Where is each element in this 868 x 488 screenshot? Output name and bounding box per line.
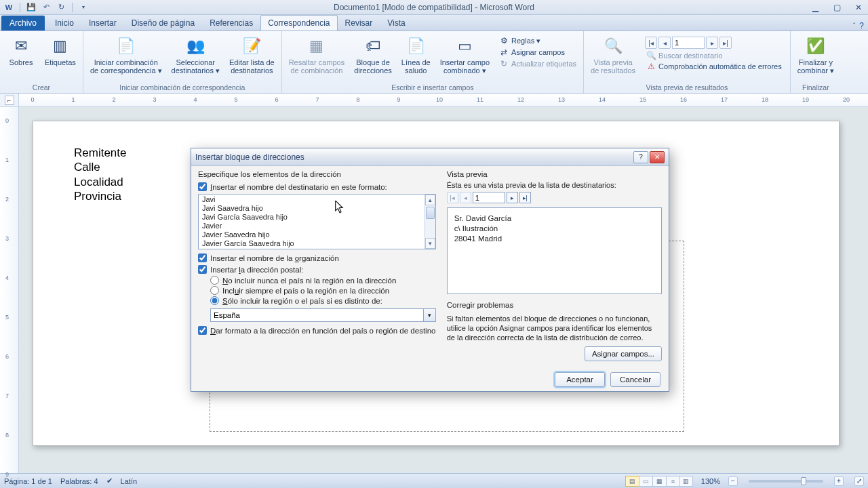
help-icon[interactable]: ? xyxy=(859,21,864,30)
dialog-close-button[interactable]: ✕ xyxy=(650,151,665,163)
web-layout-view-button[interactable]: ▦ xyxy=(652,476,666,487)
list-item[interactable]: Javi Saavedra hijo xyxy=(199,204,435,213)
zoom-thumb[interactable] xyxy=(801,477,806,485)
list-item[interactable]: Javi xyxy=(199,195,435,204)
insert-name-checkbox-row[interactable]: IInsertar el nombre del destinatario en … xyxy=(198,182,436,191)
zoom-fit-button[interactable]: ⤢ xyxy=(854,476,864,486)
dialog-title-bar[interactable]: Insertar bloque de direcciones ? ✕ xyxy=(191,148,669,166)
radio-always-row[interactable]: Incluir siempre el país o la región en l… xyxy=(210,286,436,295)
tab-inicio[interactable]: Inicio xyxy=(47,15,81,30)
radio-always[interactable] xyxy=(210,286,219,295)
draft-view-button[interactable]: ▥ xyxy=(679,476,693,487)
tab-diseno[interactable]: Diseño de página xyxy=(124,15,202,30)
redo-icon[interactable]: ↻ xyxy=(55,1,67,14)
linea-saludo-button[interactable]: 📄 Línea de saludo xyxy=(397,33,435,77)
insert-address-block-dialog: Insertar bloque de direcciones ? ✕ Espec… xyxy=(191,148,669,392)
nav-next-button[interactable]: ▸ xyxy=(706,37,718,49)
vertical-ruler[interactable]: 0123456789 xyxy=(0,107,19,473)
list-item[interactable]: Javier García Saavedra hijo xyxy=(199,239,435,248)
asignar-campos-button[interactable]: ⇄Asignar campos xyxy=(496,47,579,58)
nav-first-button[interactable]: |◂ xyxy=(645,37,657,49)
file-tab[interactable]: Archivo xyxy=(1,16,45,30)
list-item[interactable]: Javier Saavedra hijo xyxy=(199,230,435,239)
maximize-button[interactable]: ▢ xyxy=(830,3,844,12)
zoom-slider[interactable] xyxy=(749,480,823,483)
radio-diff[interactable] xyxy=(210,296,219,305)
radio-never-row[interactable]: No incluir nunca el país ni la región en… xyxy=(210,276,436,285)
preview-prev-button[interactable]: ◂ xyxy=(460,192,471,203)
bloque-direcciones-button[interactable]: 🏷 Bloque de direcciones xyxy=(350,33,396,77)
tab-correspondencia[interactable]: Correspondencia xyxy=(260,15,337,30)
undo-icon[interactable]: ↶ xyxy=(40,1,52,14)
listbox-scrollbar[interactable]: ▲ ▼ xyxy=(425,195,435,249)
zoom-level[interactable]: 130% xyxy=(701,477,720,485)
status-language[interactable]: Latín xyxy=(121,477,137,485)
reglas-button[interactable]: ⚙Reglas ▾ xyxy=(496,35,579,46)
radio-never[interactable] xyxy=(210,276,219,285)
country-combo[interactable]: ▼ xyxy=(210,308,436,322)
etiquetas-button[interactable]: ▥ Etiquetas xyxy=(41,33,80,69)
sobres-button[interactable]: ✉ Sobres xyxy=(3,33,39,69)
nav-record-input[interactable] xyxy=(672,37,705,49)
finalizar-combinar-button[interactable]: ✅ Finalizar y combinar ▾ xyxy=(793,33,838,77)
combo-dropdown-button[interactable]: ▼ xyxy=(424,308,436,322)
asignar-campos-button[interactable]: Asignar campos... xyxy=(585,346,662,361)
radio-diff-row[interactable]: Sólo incluir la región o el país si es d… xyxy=(210,296,436,305)
vista-previa-button[interactable]: 🔍 Vista previa de resultados xyxy=(587,33,639,77)
iniciar-combinacion-button[interactable]: 📄 Iniciar combinación de correspondencia… xyxy=(86,33,166,77)
nav-prev-button[interactable]: ◂ xyxy=(658,37,671,49)
minimize-button[interactable]: ▁ xyxy=(808,3,822,12)
buscar-destinatario-button[interactable]: 🔍Buscar destinatario xyxy=(644,50,785,61)
outline-view-button[interactable]: ≡ xyxy=(666,476,679,487)
preview-nav: |◂ ◂ ▸ ▸| xyxy=(447,192,662,203)
format-by-country-checkbox[interactable] xyxy=(198,326,207,335)
editar-lista-button[interactable]: 📝 Editar lista de destinatarios xyxy=(225,33,279,77)
problems-heading: Corregir problemas xyxy=(447,301,662,309)
close-window-button[interactable]: ✕ xyxy=(852,3,865,12)
actualizar-etiquetas-button[interactable]: ↻Actualizar etiquetas xyxy=(496,58,579,69)
preview-record-input[interactable] xyxy=(473,192,505,203)
minimize-ribbon-icon[interactable]: ˆ xyxy=(853,22,855,30)
format-by-country-checkbox-row[interactable]: Dar formato a la dirección en función de… xyxy=(198,326,436,335)
name-format-listbox[interactable]: Javi Javi Saavedra hijo Javi García Saav… xyxy=(198,194,436,249)
full-screen-view-button[interactable]: ▭ xyxy=(639,476,652,487)
scroll-down-button[interactable]: ▼ xyxy=(425,238,435,249)
tab-referencias[interactable]: Referencias xyxy=(202,15,260,30)
scroll-thumb[interactable] xyxy=(426,207,435,219)
insert-postal-label: Insertar la dirección postal: xyxy=(210,266,303,274)
scroll-up-button[interactable]: ▲ xyxy=(425,195,435,205)
dialog-help-button[interactable]: ? xyxy=(633,151,648,163)
finish-icon: ✅ xyxy=(805,35,827,57)
status-proofing-icon[interactable]: ✔ xyxy=(106,476,113,485)
save-icon[interactable]: 💾 xyxy=(25,1,37,14)
tab-selector-button[interactable]: ⌐ xyxy=(5,96,14,105)
zoom-in-button[interactable]: + xyxy=(834,476,844,486)
list-item[interactable]: Javi García Saavedra hijo xyxy=(199,213,435,222)
insert-postal-checkbox-row[interactable]: Insertar la dirección postal: Insertar l… xyxy=(198,265,436,274)
list-item[interactable]: Javier xyxy=(199,222,435,230)
qat-dropdown-icon[interactable]: ▾ xyxy=(77,1,90,14)
insert-org-checkbox[interactable] xyxy=(198,253,207,262)
status-words[interactable]: Palabras: 4 xyxy=(60,477,98,485)
ok-button[interactable]: Aceptar xyxy=(555,372,605,387)
resaltar-campos-button[interactable]: ▦ Resaltar campos de combinación xyxy=(285,33,349,77)
comprobacion-errores-button[interactable]: ⚠Comprobación automática de errores xyxy=(644,61,785,72)
insert-org-checkbox-row[interactable]: Insertar el nombre de la organización In… xyxy=(198,253,436,262)
tab-vista[interactable]: Vista xyxy=(380,15,412,30)
preview-last-button[interactable]: ▸| xyxy=(519,192,531,203)
status-page[interactable]: Página: 1 de 1 xyxy=(4,477,52,485)
insert-name-checkbox[interactable] xyxy=(198,182,207,191)
preview-next-button[interactable]: ▸ xyxy=(507,192,518,203)
preview-first-button[interactable]: |◂ xyxy=(447,192,458,203)
cancel-button[interactable]: Cancelar xyxy=(610,372,660,387)
insertar-campo-button[interactable]: ▭ Insertar campo combinado ▾ xyxy=(436,33,494,77)
print-layout-view-button[interactable]: ▤ xyxy=(625,476,639,487)
seleccionar-destinatarios-button[interactable]: 👥 Seleccionar destinatarios ▾ xyxy=(167,33,224,77)
tab-insertar[interactable]: Insertar xyxy=(81,15,124,30)
nav-last-button[interactable]: ▸| xyxy=(719,37,732,49)
insert-postal-checkbox[interactable] xyxy=(198,265,207,274)
tab-revisar[interactable]: Revisar xyxy=(338,15,380,30)
horizontal-ruler[interactable]: 01234567891011121314151617181920 xyxy=(19,94,868,106)
zoom-out-button[interactable]: − xyxy=(728,476,738,486)
country-input[interactable] xyxy=(210,308,424,322)
